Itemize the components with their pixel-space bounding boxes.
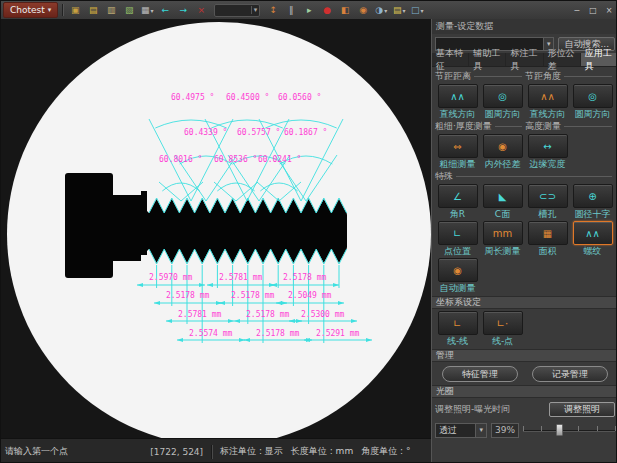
chevron-down-icon[interactable]: ▾ <box>151 7 154 14</box>
toolbar-separator <box>62 4 63 16</box>
status-bar: 请输入第一个点 [1722, 524] 标注单位 : 显示 长度单位 : mm … <box>1 438 431 463</box>
inner-outer-diameter-difference-button[interactable]: ◉ <box>483 134 523 158</box>
angle-measurement-label: 60.8016 ° <box>159 155 202 164</box>
play-icon[interactable]: ▸ <box>301 3 317 17</box>
chevron-down-icon[interactable]: ▾ <box>421 7 424 14</box>
display-icon[interactable]: □▾ <box>409 3 425 17</box>
adjust-light-button[interactable]: 调整照明 <box>549 402 615 417</box>
chevron-down-icon[interactable]: ▾ <box>251 6 260 14</box>
pitch-measurement-label: 2.5178 mm <box>166 291 209 300</box>
perimeter-measure-button[interactable]: mm <box>483 221 523 245</box>
tool-cell: ◉内外径差 <box>480 134 525 169</box>
measure-height-icon[interactable]: ↕ <box>265 3 281 17</box>
coord-line-point-button[interactable]: ∟· <box>483 311 523 335</box>
thickness-measure-button[interactable]: ⇔ <box>438 134 478 158</box>
pitch-measurement-label: 2.5781 mm <box>178 310 221 319</box>
panel-tab[interactable]: 标注工具 <box>506 53 543 66</box>
auto-measure-button[interactable]: ◉ <box>438 258 478 282</box>
thread-button[interactable]: ∧∧ <box>573 221 613 245</box>
layers-icon[interactable]: ▤▾ <box>391 3 407 17</box>
tool-cell: ⊂⊃槽孔 <box>525 184 570 219</box>
panel-tab[interactable]: 辅助工具 <box>469 53 506 66</box>
pitch-distance-circular-direction-button[interactable]: ◎ <box>483 84 523 108</box>
record-icon[interactable]: ● <box>319 3 335 17</box>
slider-tick <box>523 426 524 431</box>
circle-cross-button[interactable]: ⊕ <box>573 184 613 208</box>
section-title: 特殊 <box>435 171 615 182</box>
slider-tick <box>615 426 616 431</box>
pitch-distance-linear-direction-button[interactable]: ∧∧ <box>438 84 478 108</box>
tool-cell: ◎圆周方向 <box>480 84 525 119</box>
record-manage-button[interactable]: 记录管理 <box>532 366 608 382</box>
chevron-down-icon[interactable]: ▾ <box>403 7 406 14</box>
area-button[interactable]: ▦ <box>528 221 568 245</box>
undo-icon[interactable]: ← <box>157 3 173 17</box>
point-position-button[interactable]: ∟ <box>438 221 478 245</box>
edit-template-icon[interactable]: ▧ <box>121 3 137 17</box>
save-as-icon[interactable]: ▦▾ <box>139 3 155 17</box>
inner-outer-diameter-difference-button-label: 内外径差 <box>485 159 521 169</box>
maximize-button[interactable]: □ <box>586 4 600 16</box>
section-title: 粗细·厚度测量 <box>435 121 525 132</box>
tool-button-grid: ∧∧直线方向◎圆周方向∧∧直线方向◎圆周方向 <box>435 84 615 119</box>
feature-manage-button[interactable]: 特征管理 <box>442 366 518 382</box>
target-icon[interactable]: ◉ <box>355 3 371 17</box>
panel-tab[interactable]: 基本特征 <box>432 53 469 66</box>
edge-width-button[interactable]: ↔ <box>528 134 568 158</box>
pitch-angle-linear-direction-button[interactable]: ∧∧ <box>528 84 568 108</box>
angle-measurement-label: 60.0241 ° <box>258 155 301 164</box>
barcode-icon[interactable]: ‖ <box>283 3 299 17</box>
tool-cell: ∠角R <box>435 184 480 219</box>
titlebar: Chotest ▾ ▣▤▥▧▦▾←→×▾↕‖▸●◧◉◑▾▤▾□▾ ─□× <box>1 1 617 19</box>
light-mode-combo[interactable]: 透过▾ <box>435 423 487 438</box>
exposure-value: 39% <box>491 423 519 438</box>
status-separator <box>211 445 212 459</box>
thickness-measure-button-label: 粗细测量 <box>440 159 476 169</box>
slider-thumb[interactable] <box>556 424 563 436</box>
compass-icon[interactable]: ◑▾ <box>373 3 389 17</box>
open-folder-icon[interactable]: ▤ <box>85 3 101 17</box>
delete-icon[interactable]: × <box>193 3 209 17</box>
pitch-distance-linear-direction-button-label: 直线方向 <box>440 109 476 119</box>
coord-line-line-button-label: 线-线 <box>447 336 468 346</box>
save-report-icon[interactable]: ▥ <box>103 3 119 17</box>
angle-measurement-label: 60.8536 ° <box>214 155 257 164</box>
app-menu-button[interactable]: Chotest ▾ <box>3 2 58 18</box>
thumbnail-icon[interactable]: ◧ <box>337 3 353 17</box>
stage-overlay <box>1 19 431 438</box>
manage-section-header: 管理 <box>432 349 617 362</box>
tool-cell: ⊕圆径十字 <box>570 184 615 219</box>
angle-measurement-label: 60.5757 ° <box>237 128 280 137</box>
chevron-down-icon[interactable]: ▾ <box>475 424 486 437</box>
section-titles: 节距距离节距角度 <box>435 71 615 82</box>
redo-icon[interactable]: → <box>175 3 191 17</box>
status-prompt: 请输入第一个点 <box>5 445 68 458</box>
corner-radius-button-label: 角R <box>450 209 465 219</box>
section-title: 节距距离 <box>435 71 525 82</box>
app-window: Chotest ▾ ▣▤▥▧▦▾←→×▾↕‖▸●◧◉◑▾▤▾□▾ ─□× 60.… <box>0 0 617 463</box>
minimize-button[interactable]: ─ <box>570 4 584 16</box>
panel-tab[interactable]: 形位公差 <box>544 53 581 66</box>
program-select-combo[interactable]: ▾ <box>214 4 260 17</box>
slot-hole-button[interactable]: ⊂⊃ <box>528 184 568 208</box>
panel-tabs: 基本特征辅助工具标注工具形位公差应用工具 <box>432 53 617 67</box>
tool-cell: mm周长测量 <box>480 221 525 256</box>
chamfer-button[interactable]: ◣ <box>483 184 523 208</box>
corner-radius-button[interactable]: ∠ <box>438 184 478 208</box>
section-title: 高度测量 <box>525 121 615 132</box>
section-title-text: 节距角度 <box>525 70 561 83</box>
camera-capture-icon[interactable]: ▣ <box>67 3 83 17</box>
panel-tab[interactable]: 应用工具 <box>581 53 617 66</box>
angle-measurement-label: 60.1867 ° <box>284 128 327 137</box>
exposure-slider[interactable] <box>523 422 615 438</box>
close-button[interactable]: × <box>602 4 616 16</box>
pitch-measurement-label: 2.5178 mm <box>231 291 274 300</box>
tool-button-grid: ∠角R◣C面⊂⊃槽孔⊕圆径十字∟点位置mm周长测量▦面积∧∧螺纹 <box>435 184 615 256</box>
toolbar-icons: ▣▤▥▧▦▾←→×▾↕‖▸●◧◉◑▾▤▾□▾ <box>67 3 425 17</box>
coord-line-line-button[interactable]: ∟ <box>438 311 478 335</box>
pitch-angle-circular-direction-button[interactable]: ◎ <box>573 84 613 108</box>
length-unit: 长度单位 : mm <box>291 445 353 458</box>
measurement-canvas[interactable]: 60.4975 °60.4500 °60.0560 °60.4339 °60.5… <box>1 19 431 438</box>
tool-cell: ◣C面 <box>480 184 525 219</box>
chevron-down-icon[interactable]: ▾ <box>384 7 387 14</box>
